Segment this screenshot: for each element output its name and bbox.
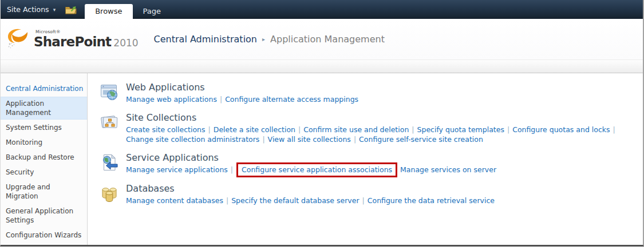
- sidebar-item-monitoring[interactable]: Monitoring: [1, 136, 87, 149]
- sidebar-item-upgrade-and-migration[interactable]: Upgrade and Migration: [1, 180, 87, 203]
- site-actions-label: Site Actions: [7, 5, 49, 14]
- section-body: Site Collections Create site collections…: [126, 112, 618, 144]
- link-separator: |: [613, 125, 615, 134]
- section-links: Manage content databases|Specify the def…: [126, 196, 495, 205]
- tab-browse[interactable]: Browse: [85, 4, 132, 19]
- navigate-up-button[interactable]: [65, 5, 77, 15]
- link-configure-alternate-access-mappings[interactable]: Configure alternate access mappings: [225, 95, 358, 104]
- link-separator: |: [262, 135, 264, 144]
- section-body: Web Applications Manage web applications…: [126, 82, 358, 104]
- page-body: Central Administration Application Manag…: [1, 73, 643, 247]
- link-view-all-site-collections[interactable]: View all site collections: [268, 135, 351, 144]
- site-header: Microsoft® SharePoint 2010 Central Admin…: [1, 19, 643, 59]
- link-configure-quotas-and-locks[interactable]: Configure quotas and locks: [512, 125, 610, 134]
- service-applications-icon: [100, 153, 119, 172]
- sidebar-item-central-administration[interactable]: Central Administration: [1, 82, 87, 96]
- link-specify-the-default-database-server[interactable]: Specify the default database server: [231, 196, 359, 205]
- section-service-applications: Service Applications Manage service appl…: [100, 152, 637, 175]
- sidebar-item-configuration-wizards[interactable]: Configuration Wizards: [1, 228, 87, 242]
- sidebar-item-system-settings[interactable]: System Settings: [1, 121, 87, 134]
- link-create-site-collections[interactable]: Create site collections: [126, 125, 206, 134]
- left-navigation: Central Administration Application Manag…: [1, 73, 88, 247]
- section-web-applications: Web Applications Manage web applications…: [100, 82, 637, 104]
- sidebar-item-application-management[interactable]: Application Management: [1, 97, 87, 120]
- breadcrumb: Central Administration ▸ Application Man…: [154, 34, 385, 45]
- link-confirm-site-use-and-deletion[interactable]: Confirm site use and deletion: [303, 125, 409, 134]
- sharepoint-logo: Microsoft® SharePoint 2010: [6, 27, 139, 52]
- link-separator: |: [354, 135, 356, 144]
- link-configure-the-data-retrieval-service[interactable]: Configure the data retrieval service: [368, 196, 495, 205]
- link-separator: |: [507, 125, 509, 134]
- section-title: Web Applications: [126, 82, 358, 93]
- site-collections-icon: [100, 113, 119, 132]
- link-separator: |: [208, 125, 211, 134]
- link-manage-web-applications[interactable]: Manage web applications: [126, 95, 217, 104]
- logo-microsoft: Microsoft®: [35, 29, 139, 34]
- link-separator: |: [226, 196, 228, 205]
- link-delete-a-site-collection[interactable]: Delete a site collection: [214, 125, 295, 134]
- section-links: Manage service applications|Configure se…: [126, 165, 496, 175]
- tab-page[interactable]: Page: [133, 4, 171, 19]
- link-separator: |: [231, 165, 233, 174]
- annotation-highlight-box: Configure service application associatio…: [236, 162, 397, 177]
- link-change-site-collection-administrators[interactable]: Change site collection administrators: [126, 135, 259, 144]
- link-separator: |: [412, 125, 414, 134]
- ribbon-tabs: Browse Page: [85, 0, 171, 19]
- browser-frame: Site Actions ▾ Browse Page: [0, 0, 644, 247]
- link-manage-services-on-server[interactable]: Manage services on server: [400, 165, 496, 174]
- breadcrumb-central-administration[interactable]: Central Administration: [154, 34, 257, 45]
- link-manage-content-databases[interactable]: Manage content databases: [126, 196, 223, 205]
- link-configure-service-application-associations[interactable]: Configure service application associatio…: [242, 165, 392, 174]
- ribbon-band: [1, 59, 643, 73]
- link-separator: |: [298, 125, 301, 134]
- section-links-line-1: Create site collections|Delete a site co…: [126, 125, 618, 134]
- link-separator: |: [362, 196, 365, 205]
- logo-product: SharePoint: [34, 34, 111, 49]
- sharepoint-swirl-icon: [6, 27, 31, 52]
- breadcrumb-arrow-icon: ▸: [262, 36, 265, 42]
- section-title: Databases: [126, 183, 495, 194]
- folder-up-icon: [65, 6, 77, 17]
- section-body: Service Applications Manage service appl…: [126, 152, 496, 175]
- logo-wordmark: Microsoft® SharePoint 2010: [34, 29, 139, 49]
- breadcrumb-current-page: Application Management: [270, 34, 385, 45]
- section-title: Service Applications: [126, 152, 496, 163]
- main-content: Web Applications Manage web applications…: [88, 73, 643, 213]
- logo-year: 2010: [113, 37, 138, 49]
- section-databases: Databases Manage content databases|Speci…: [100, 183, 637, 205]
- chevron-down-icon: ▾: [53, 7, 56, 13]
- section-site-collections: Site Collections Create site collections…: [100, 112, 637, 144]
- section-body: Databases Manage content databases|Speci…: [126, 183, 495, 205]
- web-applications-icon: [100, 82, 119, 102]
- link-manage-service-applications[interactable]: Manage service applications: [126, 165, 228, 174]
- section-title: Site Collections: [126, 112, 618, 123]
- link-specify-quota-templates[interactable]: Specify quota templates: [417, 125, 504, 134]
- sidebar-item-backup-and-restore[interactable]: Backup and Restore: [1, 150, 87, 164]
- databases-icon: [100, 184, 119, 203]
- section-links: Manage web applications|Configure altern…: [126, 94, 358, 104]
- site-actions-menu[interactable]: Site Actions ▾: [1, 5, 64, 14]
- link-configure-self-service-site-creation[interactable]: Configure self-service site creation: [359, 135, 483, 144]
- sidebar-item-general-application-settings[interactable]: General Application Settings: [1, 204, 87, 227]
- top-bar: Site Actions ▾ Browse Page: [1, 0, 643, 19]
- link-separator: |: [220, 95, 222, 104]
- section-links-line-2: Change site collection administrators|Vi…: [126, 134, 618, 144]
- sidebar-item-security[interactable]: Security: [1, 165, 87, 179]
